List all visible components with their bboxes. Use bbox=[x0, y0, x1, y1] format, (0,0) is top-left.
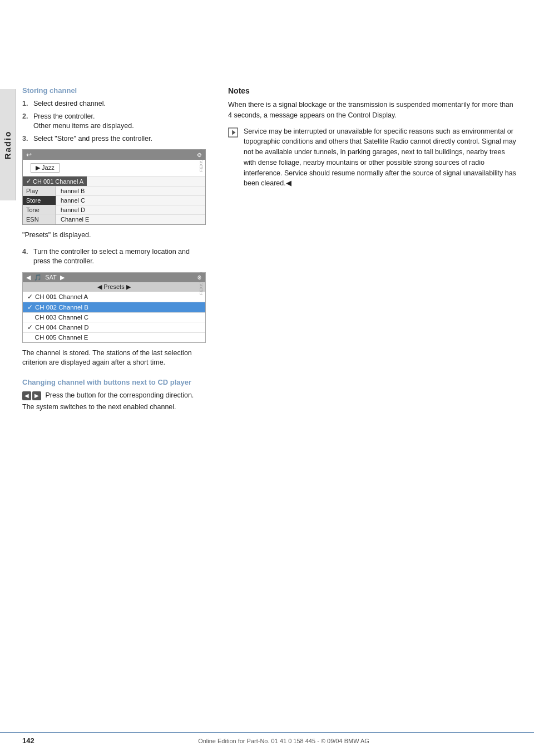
footer-text: Online Edition for Part-No. 01 41 0 158 … bbox=[50, 738, 517, 744]
svg-marker-1 bbox=[232, 130, 235, 135]
sat-nav: ◀ 🎵 SAT ▶ bbox=[26, 274, 65, 281]
ch001-preset: ✓ CH 001 Channel A bbox=[23, 292, 205, 302]
step4-list: 4. Turn the controller to select a memor… bbox=[22, 247, 206, 267]
step-4: 4. Turn the controller to select a memor… bbox=[22, 247, 206, 267]
channel-e: Channel E bbox=[56, 215, 205, 224]
ui-screenshot-2: ◀ 🎵 SAT ▶ ⚙ ◀ Presets ▶ ✓ CH 001 Channel… bbox=[22, 272, 206, 343]
step-2-text: Press the controller.Other menu items ar… bbox=[33, 112, 134, 131]
store-item: Store bbox=[23, 196, 56, 205]
ch004-preset: ✓ CH 004 Channel D bbox=[23, 322, 205, 333]
steps-list: 1. Select desired channel. 2. Press the … bbox=[22, 99, 206, 144]
check-icon: ✓ bbox=[26, 178, 31, 185]
note-with-icon: Service may be interrupted or unavailabl… bbox=[228, 126, 517, 189]
hannel-b: hannel B bbox=[56, 186, 205, 196]
channel-stored-caption: The channel is stored. The stations of t… bbox=[22, 348, 206, 368]
right-column: Notes When there is a signal blockage or… bbox=[222, 86, 517, 413]
change-channel-heading: Changing channel with buttons next to CD… bbox=[22, 378, 206, 386]
step-4-text: Turn the controller to select a memory l… bbox=[33, 247, 206, 267]
notes-heading: Notes bbox=[228, 86, 517, 95]
presets-subheader: ◀ Presets ▶ bbox=[23, 282, 205, 292]
notes-text-1: When there is a signal blockage or the t… bbox=[228, 100, 517, 121]
ui-screenshot-1-wrapper: ↩ ⚙ ▶ Jazz ✓ CH 001 Channel A Play bbox=[22, 149, 206, 225]
storing-channel-heading: Storing channel bbox=[22, 86, 206, 95]
ui-header-2: ◀ 🎵 SAT ▶ ⚙ bbox=[23, 273, 205, 282]
hannel-d: hannel D bbox=[56, 205, 205, 215]
step-2: 2. Press the controller.Other menu items… bbox=[22, 112, 206, 131]
ch002-preset: ✓ CH 002 Channel B bbox=[23, 302, 205, 313]
left-arrow-btn: ◀ bbox=[22, 391, 31, 400]
page-footer: 142 Online Edition for Part-No. 01 41 0 … bbox=[0, 732, 534, 745]
img-label-1: F.EXY.T1048 bbox=[199, 149, 206, 171]
service-interruption-icon bbox=[228, 127, 239, 189]
change-channel-text2: The system switches to the next enabled … bbox=[22, 402, 206, 413]
hannel-c: hannel C bbox=[56, 196, 205, 205]
play-item: Play bbox=[23, 186, 56, 196]
ch005-preset: CH 005 Channel E bbox=[23, 333, 205, 342]
back-icon: ↩ bbox=[26, 151, 32, 159]
step-3-text: Select "Store" and press the controller. bbox=[33, 134, 152, 144]
right-arrow-btn: ▶ bbox=[32, 391, 41, 400]
ui-screenshot-2-wrapper: ◀ 🎵 SAT ▶ ⚙ ◀ Presets ▶ ✓ CH 001 Channel… bbox=[22, 272, 206, 343]
check-ch004: ✓ bbox=[27, 323, 33, 331]
step-2-num: 2. bbox=[22, 112, 30, 131]
right-channels: hannel B hannel C hannel D Channel E bbox=[56, 186, 205, 224]
left-menu: Play Store Tone ESN bbox=[23, 186, 56, 224]
ch005-text: CH 005 Channel E bbox=[35, 334, 88, 341]
change-channel-text1: ◀ ▶ Press the button for the correspondi… bbox=[22, 391, 206, 401]
ch001-text: CH 001 Channel A bbox=[35, 293, 88, 300]
presets-note: "Presets" is displayed. bbox=[22, 230, 206, 240]
button-icons: ◀ ▶ bbox=[22, 391, 41, 400]
step-4-num: 4. bbox=[22, 247, 30, 267]
page-number: 142 bbox=[22, 737, 50, 745]
ch005-spacer bbox=[27, 334, 33, 341]
ch003-preset: CH 003 Channel C bbox=[23, 313, 205, 322]
change-channel-desc: Press the button for the corresponding d… bbox=[45, 391, 194, 399]
ch003-spacer bbox=[27, 314, 33, 321]
side-tab-label: Radio bbox=[3, 130, 12, 159]
side-tab: Radio bbox=[0, 89, 16, 200]
step-1-text: Select desired channel. bbox=[33, 99, 106, 109]
tone-item: Tone bbox=[23, 205, 56, 215]
step-3-num: 3. bbox=[22, 134, 30, 144]
ch002-text: CH 002 Channel B bbox=[35, 304, 88, 311]
img-label-2: F.EXY.T1048 bbox=[199, 272, 206, 294]
ui-header-1: ↩ ⚙ bbox=[23, 150, 205, 160]
check-ch001: ✓ bbox=[27, 293, 33, 301]
step-1: 1. Select desired channel. bbox=[22, 99, 206, 109]
ui-screenshot-1: ↩ ⚙ ▶ Jazz ✓ CH 001 Channel A Play bbox=[22, 149, 206, 225]
left-column: Storing channel 1. Select desired channe… bbox=[22, 86, 206, 413]
notes-text-2: Service may be interrupted or unavailabl… bbox=[244, 126, 517, 189]
jazz-label: ▶ Jazz bbox=[31, 163, 60, 173]
step-3: 3. Select "Store" and press the controll… bbox=[22, 134, 206, 144]
dropdown-menu: Play Store Tone ESN hannel B hannel C ha… bbox=[23, 186, 205, 224]
step-1-num: 1. bbox=[22, 99, 30, 109]
ch003-text: CH 003 Channel C bbox=[35, 314, 89, 321]
ch004-text: CH 004 Channel D bbox=[35, 324, 89, 331]
esn-item: ESN bbox=[23, 215, 56, 224]
check-ch002: ✓ bbox=[27, 303, 33, 311]
ch001-row: ✓ CH 001 Channel A bbox=[23, 176, 87, 186]
